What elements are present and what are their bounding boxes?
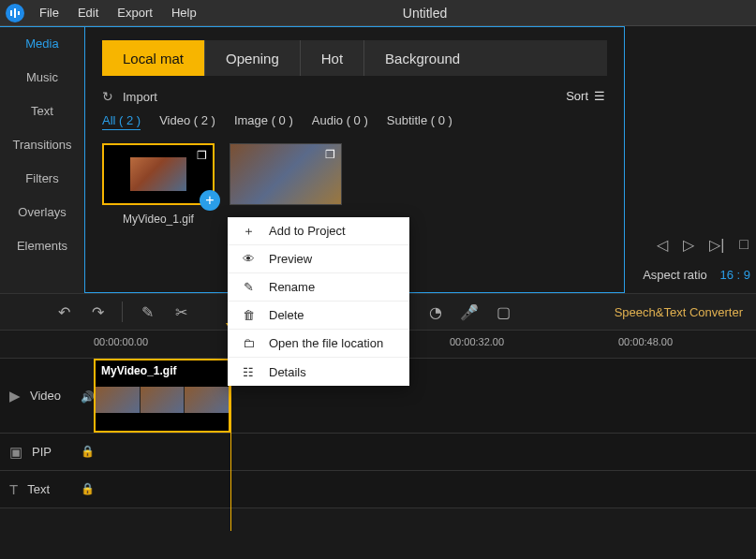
- ctx-add-label: Add to Project: [269, 224, 346, 238]
- sidebar-item-overlays[interactable]: Overlays: [0, 195, 84, 228]
- next-frame-button[interactable]: ▷|: [709, 236, 724, 254]
- aspect-ratio[interactable]: Aspect ratio 16 : 9: [643, 268, 750, 282]
- redo-button[interactable]: ↷: [81, 303, 114, 321]
- media-item-1[interactable]: ❐: [230, 143, 342, 226]
- ctx-add-to-project[interactable]: ＋Add to Project: [228, 217, 409, 245]
- menu-export[interactable]: Export: [108, 6, 162, 20]
- text-track-icon: T: [9, 481, 18, 497]
- media-thumb-0[interactable]: ❐ +: [102, 143, 215, 205]
- tab-hot[interactable]: Hot: [301, 40, 364, 76]
- separator: [122, 302, 123, 322]
- clip-label: MyVideo_1.gif: [101, 364, 176, 377]
- import-icon: ↻: [102, 89, 113, 104]
- sidebar-item-filters[interactable]: Filters: [0, 161, 84, 195]
- ruler-tick-0: 00:00:00.00: [94, 336, 148, 347]
- ctx-delete-label: Delete: [269, 308, 304, 322]
- mic-tool[interactable]: 🎤: [452, 303, 486, 321]
- left-sidebar: Media Music Text Transitions Filters Ove…: [0, 26, 84, 293]
- ruler-tick-2: 00:00:32.00: [450, 336, 504, 347]
- volume-icon[interactable]: 🔊: [81, 390, 95, 404]
- menu-help[interactable]: Help: [162, 6, 206, 20]
- filter-audio[interactable]: Audio ( 0 ): [312, 113, 368, 130]
- media-tabs: Local mat Opening Hot Background: [102, 40, 607, 76]
- svg-rect-2: [18, 11, 20, 15]
- prev-frame-button[interactable]: ◁: [657, 236, 668, 254]
- add-to-project-button[interactable]: +: [200, 190, 220, 211]
- plus-icon: ＋: [241, 223, 256, 240]
- clip-frames: [96, 387, 229, 413]
- track-head-text[interactable]: T Text: [0, 481, 94, 497]
- import-row[interactable]: ↻ Import: [102, 89, 607, 104]
- ctx-rename-label: Rename: [269, 280, 315, 294]
- track-head-pip[interactable]: ▣ PIP: [0, 444, 94, 461]
- track-video-label: Video: [30, 389, 61, 403]
- pip-track-icon: ▣: [9, 444, 22, 461]
- aspect-value: 16 : 9: [719, 268, 750, 282]
- lock-icon[interactable]: 🔒: [81, 445, 95, 458]
- sidebar-item-media[interactable]: Media: [0, 26, 84, 60]
- track-text: T Text 🔒: [0, 471, 756, 508]
- ctx-details[interactable]: ☷Details: [228, 358, 409, 386]
- track-pip-label: PIP: [32, 445, 52, 459]
- sort-label: Sort: [566, 89, 588, 103]
- context-menu: ＋Add to Project 👁Preview ✎Rename 🗑Delete…: [228, 217, 409, 386]
- timer-tool[interactable]: ◔: [419, 303, 452, 321]
- ctx-rename[interactable]: ✎Rename: [228, 273, 409, 302]
- sidebar-item-text[interactable]: Text: [0, 94, 84, 127]
- track-body-pip[interactable]: 🔒: [94, 434, 756, 470]
- ctx-delete[interactable]: 🗑Delete: [228, 302, 409, 330]
- media-preview-0: [130, 157, 186, 191]
- ctx-details-label: Details: [269, 365, 306, 379]
- filter-image[interactable]: Image ( 0 ): [234, 113, 293, 130]
- menu-edit[interactable]: Edit: [68, 6, 108, 20]
- menu-file[interactable]: File: [30, 6, 68, 20]
- svg-rect-1: [14, 8, 16, 18]
- clip-0[interactable]: MyVideo_1.gif: [94, 359, 230, 433]
- sidebar-item-transitions[interactable]: Transitions: [0, 127, 84, 161]
- thumbnail-grid: ❐ + MyVideo_1.gif ❐: [102, 143, 607, 226]
- sidebar-item-elements[interactable]: Elements: [0, 228, 84, 262]
- media-thumb-1[interactable]: ❐: [230, 143, 342, 205]
- screen-tool[interactable]: ▢: [486, 303, 520, 321]
- filter-subtitle[interactable]: Subtitle ( 0 ): [387, 113, 452, 130]
- title-bar: File Edit Export Help Untitled: [0, 0, 756, 26]
- ctx-open-location[interactable]: 🗀Open the file location: [228, 330, 409, 358]
- media-item-0[interactable]: ❐ + MyVideo_1.gif: [102, 143, 215, 226]
- tab-opening[interactable]: Opening: [205, 40, 301, 76]
- sidebar-item-music[interactable]: Music: [0, 60, 84, 94]
- filter-all[interactable]: All ( 2 ): [102, 113, 141, 130]
- svg-rect-0: [10, 10, 12, 16]
- undo-button[interactable]: ↶: [47, 303, 81, 321]
- details-icon: ☷: [241, 365, 256, 379]
- pencil-icon: ✎: [241, 280, 256, 294]
- sort-button[interactable]: Sort ☰: [566, 89, 605, 103]
- tab-local-material[interactable]: Local mat: [102, 40, 205, 76]
- media-label-0: MyVideo_1.gif: [102, 213, 215, 226]
- video-track-icon: ▶: [9, 388, 21, 405]
- ctx-preview[interactable]: 👁Preview: [228, 245, 409, 273]
- speech-text-converter[interactable]: Speech&Text Converter: [615, 305, 743, 319]
- cut-tool[interactable]: ✂: [164, 303, 198, 321]
- folder-icon: 🗀: [241, 336, 256, 350]
- filter-video[interactable]: Video ( 2 ): [159, 113, 215, 130]
- document-title: Untitled: [350, 6, 500, 21]
- app-logo: [6, 4, 24, 22]
- filter-row: All ( 2 ) Video ( 2 ) Image ( 0 ) Audio …: [102, 113, 607, 130]
- lock-icon[interactable]: 🔒: [81, 482, 95, 495]
- pencil-tool[interactable]: ✎: [130, 303, 164, 321]
- aspect-label: Aspect ratio: [643, 268, 707, 282]
- track-body-video[interactable]: 🔊 MyVideo_1.gif: [94, 359, 756, 433]
- ruler-tick-3: 00:00:48.00: [618, 336, 673, 347]
- track-text-label: Text: [27, 482, 50, 496]
- track-head-video[interactable]: ▶ Video: [0, 388, 94, 405]
- import-label: Import: [123, 90, 157, 104]
- playback-controls: ◁ ▷ ▷| □: [657, 236, 756, 254]
- tab-background[interactable]: Background: [364, 40, 481, 76]
- camera-icon: ❐: [325, 148, 335, 161]
- trash-icon: 🗑: [241, 308, 256, 322]
- play-button[interactable]: ▷: [683, 236, 694, 254]
- preview-area: ◁ ▷ ▷| □ Aspect ratio 16 : 9: [625, 26, 756, 293]
- stop-button[interactable]: □: [739, 236, 749, 254]
- track-body-text[interactable]: 🔒: [94, 471, 756, 508]
- list-icon: ☰: [594, 89, 605, 103]
